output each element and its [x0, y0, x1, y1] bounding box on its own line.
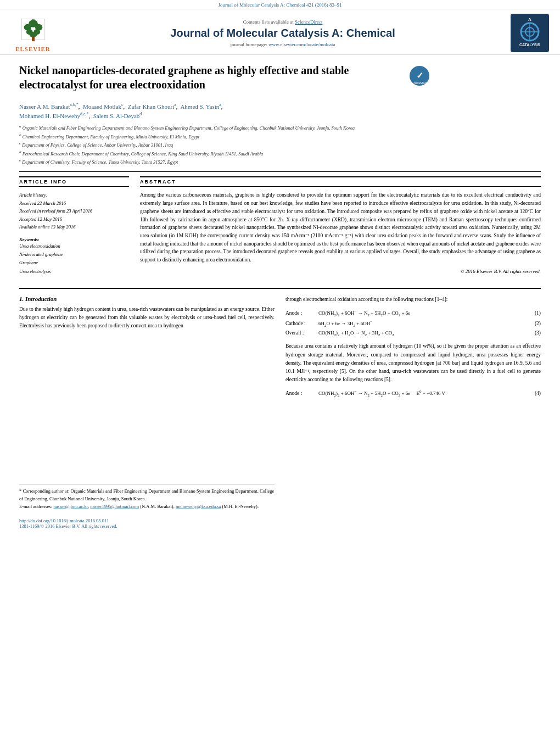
keywords-list: Urea electrooxidation Ni-decorated graph…	[19, 242, 129, 276]
copyright: © 2016 Elsevier B.V. All rights reserved…	[140, 269, 541, 274]
article-divider	[19, 171, 541, 172]
eq3-number: (3)	[527, 330, 541, 336]
email2-link[interactable]: nasser1995@hotmail.com	[90, 504, 139, 509]
abstract-col: ABSTRACT Among the various carbonaceous …	[140, 176, 541, 275]
author-motlak: Moaaed Motlak	[83, 103, 121, 110]
keywords-section: Keywords: Urea electrooxidation Ni-decor…	[19, 237, 129, 276]
eq2-number: (2)	[527, 321, 541, 326]
equation-1-row: Anode : CO(NH2)2 + 6OH− → N2 + 5H2O + CO…	[285, 308, 541, 319]
doi-area: http://dx.doi.org/10.1016/j.molcata.2016…	[0, 516, 560, 531]
eq1-formula: CO(NH2)2 + 6OH− → N2 + 5H2O + CO2 + 6e	[318, 309, 527, 317]
author-ghouri: Zafar Khan Ghouri	[128, 103, 174, 110]
authors-line: Nasser A.M. Barakata,b,*, Moaaed Motlakc…	[19, 102, 541, 120]
right-text-2: Because urea contains a relatively high …	[285, 342, 541, 384]
svg-text:✓: ✓	[416, 71, 423, 80]
article-info-col: ARTICLE INFO Article history: Received 2…	[19, 176, 129, 275]
keyword-2: Ni-decorated graphene	[19, 250, 129, 259]
received-date: Received 22 March 2016	[19, 199, 129, 207]
chem-equations-1-3: Anode : CO(NH2)2 + 6OH− → N2 + 5H2O + CO…	[285, 308, 541, 338]
sciencedirect-link[interactable]: ScienceDirect	[295, 19, 322, 25]
keyword-3: Graphene	[19, 259, 129, 267]
body-left-col: 1. Introduction Due to the relatively hi…	[19, 295, 275, 510]
article-history: Article history: Received 22 March 2016 …	[19, 191, 129, 231]
intro-paragraph-1: Due to the relatively high hydrogen cont…	[19, 305, 275, 331]
eq3-formula: CO(NH2)2 + H2O → N2 + 3H2 + CO2	[318, 330, 527, 337]
svg-text:CrossMark: CrossMark	[411, 81, 428, 85]
body-two-col: 1. Introduction Due to the relatively hi…	[0, 289, 560, 516]
keyword-4: Urea electrolysis	[19, 267, 129, 276]
equation-3-row: Overall : CO(NH2)2 + H2O → N2 + 3H2 + CO…	[285, 329, 541, 338]
affiliation-e: e Department of Chemistry, Faculty of Sc…	[19, 158, 541, 166]
affiliation-a: a Organic Materials and Fiber Engineerin…	[19, 124, 541, 132]
affiliation-d: d Petrochemical Research Chair, Departme…	[19, 149, 541, 158]
received-revised-date: Received in revised form 23 April 2016	[19, 207, 129, 215]
crossmark-icon: ✓ CrossMark	[409, 65, 430, 86]
contents-available: Contents lists available at ScienceDirec…	[55, 19, 511, 25]
elsevier-tree-icon	[18, 14, 48, 44]
body-right-col: through electrochemical oxidation accord…	[285, 295, 541, 510]
journal-url[interactable]: www.elsevier.com/locate/molcata	[268, 42, 335, 47]
svg-point-8	[31, 19, 35, 23]
equation-2-row: Cathode : 6H2O + 6e → 3H2 + 6OH− (2)	[285, 319, 541, 329]
elsevier-text: ELSEVIER	[15, 46, 51, 52]
right-paragraph-2: Because urea contains a relatively high …	[285, 342, 541, 384]
abstract-text: Among the various carbonaceous materials…	[140, 191, 541, 264]
right-col-intro: through electrochemical oxidation accord…	[285, 295, 541, 304]
history-label: Article history:	[19, 191, 129, 199]
affiliation-b: b Chemical Engineering Department, Facul…	[19, 132, 541, 141]
available-date: Available online 13 May 2016	[19, 223, 129, 231]
chem-equations-4: Anode : CO(NH2)2 + 6OH− → N2 + 5H2O + CO…	[285, 388, 541, 399]
title-area: Nickel nanoparticles-decorated graphene …	[19, 63, 541, 97]
corresponding-note: * Corresponding author at: Organic Mater…	[19, 488, 275, 503]
catalysis-logo: CATALYSIS A	[511, 14, 549, 52]
keyword-1: Urea electrooxidation	[19, 242, 129, 250]
equation-4-row: Anode : CO(NH2)2 + 6OH− → N2 + 5H2O + CO…	[285, 388, 541, 399]
author-aldeyab: Salem S. Al-Deyab	[93, 113, 140, 119]
eq4-number: (4)	[527, 390, 541, 396]
accepted-date: Accepted 12 May 2016	[19, 215, 129, 223]
affiliations: a Organic Materials and Fiber Engineerin…	[19, 124, 541, 166]
eq3-label: Overall :	[285, 330, 318, 336]
article-title: Nickel nanoparticles-decorated graphene …	[19, 63, 404, 92]
eq4-label: Anode :	[285, 390, 318, 396]
page: Journal of Molecular Catalysis A: Chemic…	[0, 0, 560, 742]
elsevier-logo: ELSEVIER	[11, 14, 55, 52]
email3-link[interactable]: melnewehy@ksu.edu.sa	[176, 504, 221, 509]
article-content: Nickel nanoparticles-decorated graphene …	[0, 55, 560, 281]
eq1-label: Anode :	[285, 310, 318, 316]
journal-title-area: Contents lists available at ScienceDirec…	[55, 19, 511, 47]
author-yasin: Ahmed S. Yasin	[180, 103, 219, 110]
catalysis-logo-icon: CATALYSIS A	[513, 16, 546, 49]
journal-link[interactable]: Journal of Molecular Catalysis A: Chemic…	[219, 2, 342, 8]
crossmark-area: ✓ CrossMark	[409, 65, 430, 87]
affiliation-c: c Department of Physics, College of Scie…	[19, 141, 541, 149]
keywords-label: Keywords:	[19, 237, 129, 242]
journal-title: Journal of Molecular Catalysis A: Chemic…	[55, 27, 511, 40]
issn-text: 1381-1169/© 2016 Elsevier B.V. All right…	[19, 523, 117, 529]
eq2-formula: 6H2O + 6e → 3H2 + 6OH−	[318, 320, 527, 328]
eq2-label: Cathode :	[285, 321, 318, 326]
svg-text:A: A	[528, 17, 531, 22]
email1-link[interactable]: nasser@jbnu.ac.kr	[53, 504, 88, 509]
journal-homepage: journal homepage: www.elsevier.com/locat…	[55, 42, 511, 47]
article-info-heading: ARTICLE INFO	[19, 176, 129, 187]
eq4-formula: CO(NH2)2 + 6OH− → N2 + 5H2O + CO2 + 6e E…	[318, 389, 527, 398]
section1-title: 1. Introduction	[19, 295, 275, 302]
journal-top-bar: Journal of Molecular Catalysis A: Chemic…	[0, 0, 560, 9]
abstract-heading: ABSTRACT	[140, 176, 541, 187]
doi-link[interactable]: http://dx.doi.org/10.1016/j.molcata.2016…	[19, 518, 109, 523]
right-col-text: through electrochemical oxidation accord…	[285, 295, 541, 304]
footnotes-left: * Corresponding author at: Organic Mater…	[19, 484, 275, 510]
eq1-number: (1)	[527, 310, 541, 316]
svg-text:CATALYSIS: CATALYSIS	[519, 43, 540, 47]
intro-text: Due to the relatively high hydrogen cont…	[19, 305, 275, 331]
header-main: ELSEVIER Contents lists available at Sci…	[0, 9, 560, 55]
author-barakat: Nasser A.M. Barakat	[19, 103, 70, 110]
svg-rect-7	[31, 36, 34, 41]
author-elnewehy: Mohamed H. El-Newehy	[19, 113, 80, 119]
info-abstract-section: ARTICLE INFO Article history: Received 2…	[19, 176, 541, 275]
email-addresses: E-mail addresses: nasser@jbnu.ac.kr, nas…	[19, 503, 275, 511]
